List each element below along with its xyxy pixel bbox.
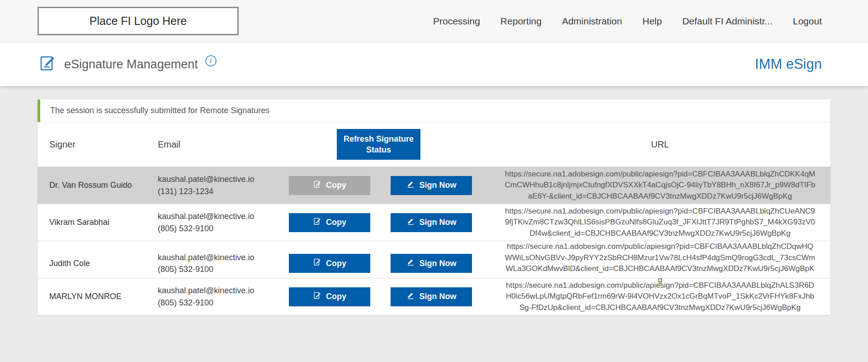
signing-url: https://secure.na1.adobesign.com/public/…	[501, 241, 819, 286]
signer-email: kaushal.patel@kinective.io	[158, 173, 289, 185]
page-title: eSignature Management	[64, 57, 198, 71]
info-icon[interactable]: i	[205, 55, 217, 67]
signer-email: kaushal.patel@kinective.io	[158, 285, 289, 296]
table-row[interactable]: Vikram Sarabhai kaushal.patel@kinective.…	[38, 204, 830, 241]
copy-icon	[313, 217, 321, 228]
pen-sign-icon	[406, 258, 415, 269]
sign-now-button-label: Sign Now	[420, 218, 457, 227]
copy-button-label: Copy	[326, 292, 346, 301]
copy-icon	[313, 180, 321, 191]
copy-url-button[interactable]: Copy	[289, 287, 370, 306]
signer-name: Judith Cole	[49, 259, 158, 268]
copy-url-button[interactable]: Copy	[289, 176, 370, 195]
column-header-signer: Signer	[49, 139, 158, 150]
signer-phone: (805) 532-9100	[158, 263, 289, 275]
copy-url-button[interactable]: Copy	[289, 254, 370, 273]
signature-session-card: The session is successfully submitted fo…	[38, 100, 830, 315]
esignature-document-pen-icon	[39, 54, 57, 74]
refresh-signature-status-button[interactable]: Refresh Signature Status	[337, 129, 420, 160]
signer-contact: kaushal.patel@kinective.io (805) 532-910…	[158, 252, 289, 275]
signing-url: https://secure.na1.adobesign.com/public/…	[501, 169, 819, 202]
table-row[interactable]: MARLYN MONROE kaushal.patel@kinective.io…	[38, 278, 830, 315]
sign-now-button[interactable]: Sign Now	[391, 213, 472, 232]
copy-icon	[313, 258, 321, 269]
sign-now-button[interactable]: Sign Now	[391, 176, 472, 195]
signer-name: MARLYN MONROE	[49, 292, 158, 301]
sign-now-button-label: Sign Now	[420, 292, 457, 301]
signer-phone: (805) 532-9100	[158, 223, 289, 234]
nav-current-user[interactable]: Default FI Administr...	[682, 16, 773, 27]
imm-esign-brand: IMM eSign	[755, 56, 822, 72]
sign-now-button-label: Sign Now	[420, 181, 457, 190]
nav-reporting[interactable]: Reporting	[500, 16, 542, 27]
signing-url: https://secure.na1.adobesign.com/public/…	[501, 280, 819, 314]
copy-button-label: Copy	[326, 181, 346, 190]
sign-now-button[interactable]: Sign Now	[391, 254, 472, 273]
table-row[interactable]: Dr. Van Rossum Guido kaushal.patel@kinec…	[38, 167, 830, 204]
table-header-row: Signer Email Refresh Signature Status UR…	[38, 122, 830, 167]
signer-email: kaushal.patel@kinective.io	[158, 210, 289, 222]
pen-sign-icon	[406, 180, 415, 191]
page-header: eSignature Management i IMM eSign	[0, 43, 868, 86]
pen-sign-icon	[406, 291, 415, 302]
sign-now-button[interactable]: Sign Now	[391, 287, 472, 306]
main-nav: Processing Reporting Administration Help…	[433, 16, 868, 27]
column-header-email: Email	[158, 139, 289, 150]
fi-logo-placeholder: Place FI Logo Here	[38, 7, 239, 35]
fi-logo-text: Place FI Logo Here	[90, 14, 187, 28]
nav-logout[interactable]: Logout	[793, 16, 822, 27]
signer-phone: (805) 532-9100	[158, 297, 289, 309]
copy-button-label: Copy	[326, 259, 346, 268]
success-banner-message: The session is successfully submitted fo…	[50, 106, 269, 115]
main-content: The session is successfully submitted fo…	[0, 86, 868, 315]
success-banner: The session is successfully submitted fo…	[38, 100, 830, 122]
nav-processing[interactable]: Processing	[433, 16, 480, 27]
copy-url-button[interactable]: Copy	[289, 213, 370, 232]
signer-contact: kaushal.patel@kinective.io (805) 532-910…	[158, 285, 289, 308]
copy-icon	[313, 291, 321, 302]
nav-administration[interactable]: Administration	[562, 16, 622, 27]
signing-url: https://secure.na1.adobesign.com/public/…	[501, 206, 819, 239]
nav-help[interactable]: Help	[642, 16, 662, 27]
signer-email: kaushal.patel@kinective.io	[158, 252, 289, 263]
column-header-url: URL	[501, 139, 819, 150]
signer-name: Dr. Van Rossum Guido	[49, 181, 158, 190]
pen-sign-icon	[406, 217, 415, 228]
top-bar: Place FI Logo Here Processing Reporting …	[0, 0, 868, 43]
sign-now-button-label: Sign Now	[420, 259, 457, 268]
signer-name: Vikram Sarabhai	[49, 218, 158, 227]
signer-phone: (131) 123-1234	[158, 186, 289, 197]
signer-contact: kaushal.patel@kinective.io (131) 123-123…	[158, 173, 289, 197]
table-row[interactable]: Judith Cole kaushal.patel@kinective.io (…	[38, 241, 830, 278]
copy-button-label: Copy	[326, 218, 346, 227]
signer-contact: kaushal.patel@kinective.io (805) 532-910…	[158, 210, 289, 234]
